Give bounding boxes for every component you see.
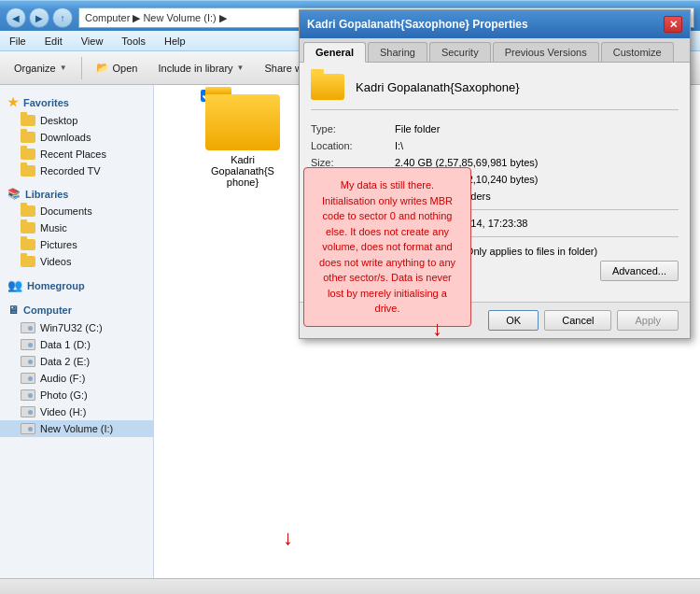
computer-icon: 🖥 (7, 304, 19, 317)
sidebar-item-recorded-label: Recorded TV (40, 165, 101, 177)
folder-icon (21, 115, 35, 126)
tab-sharing[interactable]: Sharing (368, 42, 427, 62)
sidebar-item-documents[interactable]: Documents (0, 203, 153, 219)
library-icon: 📚 (7, 188, 21, 200)
nav-buttons: ◀ ▶ ↑ (6, 7, 73, 28)
drive-icon (21, 406, 35, 417)
tooltip-box: My data is still there. Initialisation o… (303, 167, 471, 327)
menu-view[interactable]: View (77, 35, 107, 48)
tab-customize[interactable]: Customize (601, 42, 674, 62)
advanced-btn-container: Advanced... (600, 261, 679, 281)
folder-icon (21, 222, 35, 233)
organize-button[interactable]: Organize ▼ (6, 55, 76, 81)
include-library-button[interactable]: Include in library ▼ (149, 55, 252, 81)
back-button[interactable]: ◀ (6, 7, 26, 28)
cancel-button[interactable]: Cancel (544, 310, 611, 331)
folder-display: KadriGopalanath{Sphone} (205, 94, 280, 188)
menu-file[interactable]: File (6, 35, 30, 48)
prop-location-label: Location: (311, 140, 395, 151)
homegroup-section: 👥 Homegroup (0, 276, 153, 295)
drive-icon (21, 322, 35, 333)
sidebar-item-win7[interactable]: Win7U32 (C:) (0, 319, 153, 336)
advanced-button[interactable]: Advanced... (600, 261, 679, 281)
prop-type-row: Type: File folder (311, 123, 679, 134)
folder-icon (21, 239, 35, 250)
open-icon: 📂 (96, 62, 109, 74)
sidebar-item-data1[interactable]: Data 1 (D:) (0, 336, 153, 353)
menu-help[interactable]: Help (161, 35, 189, 48)
libraries-section: 📚 Libraries Documents Music Pictures Vid… (0, 185, 153, 270)
tooltip-arrow: ↓ (432, 318, 442, 339)
sidebar-item-photo-label: Photo (G:) (40, 389, 88, 401)
drive-icon (21, 423, 35, 434)
open-label: Open (113, 63, 138, 74)
prop-type-value: File folder (395, 123, 440, 134)
up-button[interactable]: ↑ (52, 7, 73, 28)
sidebar-item-photo[interactable]: Photo (G:) (0, 387, 153, 403)
sidebar-item-video[interactable]: Video (H:) (0, 403, 153, 420)
sidebar-item-downloads-label: Downloads (40, 132, 91, 143)
sidebar-item-desktop[interactable]: Desktop (0, 112, 153, 129)
sidebar-item-data2-label: Data 2 (E:) (40, 356, 90, 367)
folder-large-icon[interactable] (205, 94, 280, 150)
tab-general[interactable]: General (303, 42, 366, 63)
people-icon: 👥 (7, 278, 22, 292)
sidebar-item-music[interactable]: Music (0, 219, 153, 236)
prop-location-value: I:\ (395, 140, 403, 151)
include-library-arrow: ▼ (237, 64, 245, 72)
address-path: Computer ▶ New Volume (I:) ▶ (85, 12, 227, 24)
sidebar-item-pictures-label: Pictures (40, 239, 77, 250)
computer-header[interactable]: 🖥 Computer (0, 301, 153, 319)
homegroup-header[interactable]: 👥 Homegroup (0, 276, 153, 295)
organize-arrow: ▼ (60, 64, 67, 72)
ok-button[interactable]: OK (488, 310, 539, 331)
drive-icon (21, 356, 35, 367)
tooltip-text: My data is still there. Initialisation o… (319, 179, 455, 314)
favorites-label: Favorites (23, 97, 69, 108)
include-library-label: Include in library (158, 63, 232, 74)
tab-security[interactable]: Security (429, 42, 491, 62)
scroll-arrow-indicator: ↓ (283, 526, 293, 550)
folder-icon (21, 165, 35, 177)
dialog-folder-name: Kadri Gopalanath{Saxophone} (356, 80, 520, 94)
sidebar-item-documents-label: Documents (40, 205, 92, 217)
drive-icon (21, 389, 35, 401)
sidebar-item-audio[interactable]: Audio (F:) (0, 370, 153, 387)
menu-tools[interactable]: Tools (118, 35, 149, 48)
toolbar-divider-1 (81, 57, 82, 79)
organize-label: Organize (14, 63, 56, 74)
open-button[interactable]: 📂 Open (88, 55, 147, 81)
sidebar-item-new-volume[interactable]: New Volume (I:) (0, 420, 153, 437)
folder-icon (21, 132, 35, 143)
dialog-folder-header: Kadri Gopalanath{Saxophone} (311, 74, 679, 110)
star-icon: ★ (7, 95, 19, 109)
folder-icon (21, 205, 35, 217)
libraries-header[interactable]: 📚 Libraries (0, 185, 153, 203)
prop-location-row: Location: I:\ (311, 140, 679, 151)
sidebar-item-audio-label: Audio (F:) (40, 373, 85, 384)
sidebar-item-recent-label: Recent Places (40, 148, 106, 160)
prop-type-label: Type: (311, 123, 395, 134)
computer-label: Computer (23, 304, 72, 316)
dialog-close-button[interactable]: ✕ (664, 16, 682, 33)
homegroup-label: Homegroup (27, 280, 85, 291)
apply-button[interactable]: Apply (617, 310, 679, 331)
forward-button[interactable]: ▶ (29, 7, 49, 28)
dialog-tabs: General Sharing Security Previous Versio… (300, 38, 690, 63)
drive-icon (21, 373, 35, 384)
sidebar-item-data2[interactable]: Data 2 (E:) (0, 353, 153, 370)
folder-icon (21, 256, 35, 267)
sidebar-item-downloads[interactable]: Downloads (0, 129, 153, 146)
sidebar-item-recent-places[interactable]: Recent Places (0, 146, 153, 163)
tab-previous-versions[interactable]: Previous Versions (493, 42, 599, 62)
sidebar-item-pictures[interactable]: Pictures (0, 236, 153, 253)
sidebar-item-win7-label: Win7U32 (C:) (40, 322, 103, 333)
sidebar-item-recorded-tv[interactable]: Recorded TV (0, 163, 153, 179)
folder-with-checkbox (205, 94, 280, 150)
favorites-header[interactable]: ★ Favorites (0, 92, 153, 112)
dialog-folder-icon (311, 74, 344, 100)
sidebar-item-music-label: Music (40, 222, 67, 233)
sidebar-item-videos[interactable]: Videos (0, 253, 153, 270)
computer-section: 🖥 Computer Win7U32 (C:) Data 1 (D:) Data… (0, 301, 153, 437)
menu-edit[interactable]: Edit (41, 35, 66, 48)
